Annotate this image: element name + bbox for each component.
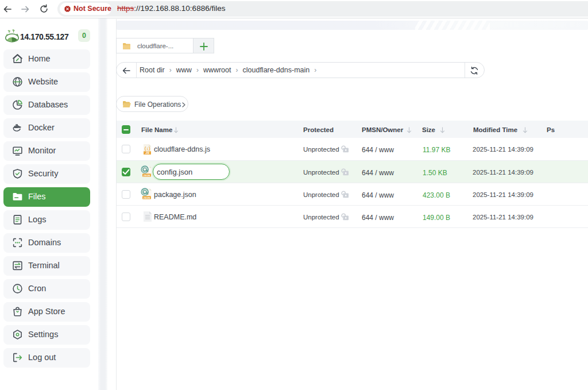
svg-text:JSON: JSON bbox=[143, 196, 150, 199]
svg-text:JS: JS bbox=[145, 151, 149, 155]
svg-text:JSON: JSON bbox=[143, 174, 150, 177]
